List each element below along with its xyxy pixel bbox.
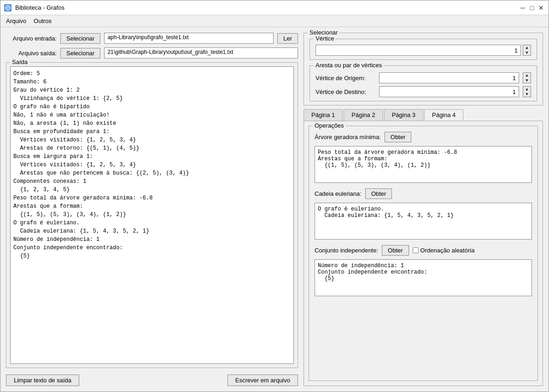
saida-group: Saída: [6, 62, 298, 368]
window-title: Biblioteca - Grafos: [15, 4, 64, 11]
file-output-row: Arquivo saída: Selecionar 21\github\Grap…: [6, 47, 298, 59]
tabs-container: Página 1 Página 2 Página 3 Página 4 Oper…: [304, 109, 543, 386]
window-controls: ─ □ ✕: [519, 4, 545, 12]
main-content: Arquivo entrada: Selecionar aph-Library\…: [0, 27, 549, 392]
cadeia-row: Cadeia euleriana: Obter: [315, 188, 532, 199]
origem-input[interactable]: [379, 72, 519, 83]
conjunto-row: Conjunto independente: Obter Ordenação a…: [315, 245, 532, 256]
file-output-label: Arquivo saída:: [6, 50, 57, 57]
file-input-select-button[interactable]: Selecionar: [60, 33, 100, 44]
tab-pagina1[interactable]: Página 1: [304, 109, 343, 121]
aresta-title: Aresta ou par de vértices: [314, 62, 384, 69]
bottom-buttons: Limpar texto de saída Escrever em arquiv…: [6, 374, 298, 386]
tab-pagina2[interactable]: Página 2: [344, 109, 383, 121]
arvore-obter-button[interactable]: Obter: [385, 132, 412, 142]
title-bar: Biblioteca - Grafos ─ □ ✕: [0, 0, 549, 15]
origem-label: Vértice de Origem:: [315, 75, 375, 82]
ordenacao-text: Ordenação aleatória: [421, 247, 475, 254]
conjunto-obter-button[interactable]: Obter: [382, 245, 409, 256]
right-panel: Selecionar Vértice ▲ ▼ Aresta ou par: [304, 33, 543, 386]
cadeia-obter-button[interactable]: Obter: [365, 188, 392, 199]
vertice-spinner-row: ▲ ▼: [315, 45, 531, 56]
vertice-title: Vértice: [314, 35, 336, 42]
conjunto-textarea[interactable]: [315, 259, 532, 296]
menubar: Arquivo Outros: [0, 15, 549, 27]
destino-up-button[interactable]: ▲: [523, 87, 531, 92]
arvore-row: Árvore geradora mínima: Obter: [315, 132, 532, 142]
aresta-group: Aresta ou par de vértices Vértice de Ori…: [310, 65, 537, 101]
arvore-textarea[interactable]: [315, 146, 532, 183]
origem-up-button[interactable]: ▲: [523, 73, 531, 78]
origem-row: Vértice de Origem: ▲ ▼: [315, 72, 531, 83]
file-input-path: aph-Library\input\grafo_teste1.txt: [104, 33, 274, 44]
minimize-button[interactable]: ─: [519, 4, 526, 12]
file-output-path: 21\github\Graph-Library\output\out_grafo…: [104, 47, 298, 59]
destino-spinner-btns: ▲ ▼: [523, 86, 531, 97]
tab-pagina4[interactable]: Página 4: [424, 109, 463, 121]
ordenacao-checkbox[interactable]: [413, 247, 419, 253]
vertice-input[interactable]: [315, 45, 521, 56]
maximize-button[interactable]: □: [528, 4, 536, 12]
write-button[interactable]: Escrever em arquivo: [228, 374, 298, 386]
operacoes-group: Operações Árvore geradora mínima: Obter …: [309, 126, 538, 381]
vertice-up-button[interactable]: ▲: [523, 45, 531, 50]
clear-button[interactable]: Limpar texto de saída: [6, 374, 79, 386]
menu-arquivo[interactable]: Arquivo: [2, 17, 30, 25]
title-bar-left: Biblioteca - Grafos: [4, 4, 64, 12]
main-window: Biblioteca - Grafos ─ □ ✕ Arquivo Outros…: [0, 0, 549, 392]
arvore-label: Árvore geradora mínima:: [315, 134, 381, 140]
menu-outros[interactable]: Outros: [30, 17, 55, 25]
close-button[interactable]: ✕: [537, 4, 545, 12]
file-read-button[interactable]: Ler: [277, 33, 298, 44]
vertice-spinner-btns: ▲ ▼: [523, 45, 531, 56]
destino-input[interactable]: [379, 86, 519, 97]
origem-spinner-btns: ▲ ▼: [523, 72, 531, 83]
saida-textarea[interactable]: [10, 66, 294, 364]
destino-down-button[interactable]: ▼: [523, 92, 531, 97]
tab-bar: Página 1 Página 2 Página 3 Página 4: [304, 109, 543, 121]
ordenacao-label: Ordenação aleatória: [413, 247, 475, 254]
app-icon: [4, 4, 12, 12]
selecionar-group: Selecionar Vértice ▲ ▼ Aresta ou par: [304, 33, 543, 105]
tab-pagina3[interactable]: Página 3: [384, 109, 423, 121]
file-output-select-button[interactable]: Selecionar: [60, 48, 100, 59]
destino-label: Vértice de Destino:: [315, 88, 375, 95]
saida-title: Saída: [10, 59, 29, 65]
cadeia-textarea[interactable]: [315, 203, 532, 240]
conjunto-label: Conjunto independente:: [315, 247, 378, 254]
cadeia-label: Cadeia euleriana:: [315, 190, 362, 197]
vertice-down-button[interactable]: ▼: [523, 50, 531, 55]
file-input-label: Arquivo entrada:: [6, 35, 57, 42]
origem-down-button[interactable]: ▼: [523, 78, 531, 83]
vertice-group: Vértice ▲ ▼: [310, 39, 537, 60]
destino-row: Vértice de Destino: ▲ ▼: [315, 86, 531, 97]
left-panel: Arquivo entrada: Selecionar aph-Library\…: [6, 33, 298, 386]
operacoes-title: Operações: [313, 122, 346, 129]
tab-content: Operações Árvore geradora mínima: Obter …: [304, 121, 543, 386]
file-input-row: Arquivo entrada: Selecionar aph-Library\…: [6, 33, 298, 44]
